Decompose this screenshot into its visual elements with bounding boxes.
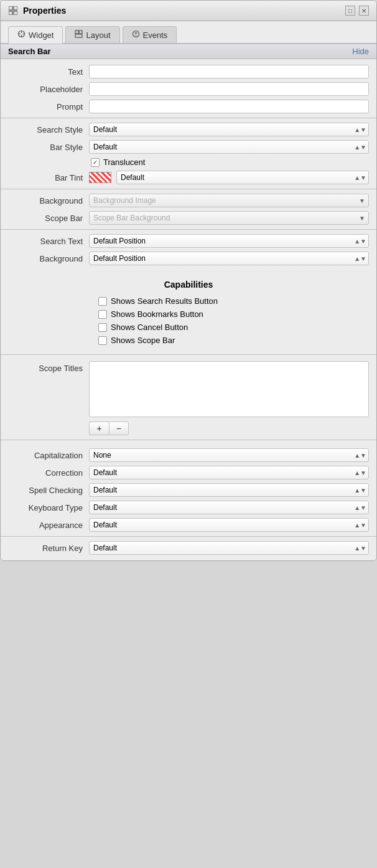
shows-cancel-checkbox[interactable]	[98, 323, 107, 332]
scope-titles-textarea[interactable]	[89, 361, 369, 417]
text-label: Text	[8, 67, 89, 77]
return-key-select[interactable]: Default	[89, 541, 369, 555]
placeholder-input[interactable]	[89, 82, 369, 96]
layout-icon	[75, 30, 83, 40]
search-text-select-wrapper: Default Position ▲▼	[89, 234, 369, 248]
bar-tint-label: Bar Tint	[8, 173, 89, 182]
keyboard-type-select[interactable]: Default	[89, 501, 369, 514]
keyboard-type-row: Keyboard Type Default ▲▼	[1, 499, 376, 516]
bar-tint-color-swatch[interactable]	[89, 172, 111, 183]
tab-widget[interactable]: Widget	[8, 26, 63, 44]
bar-style-select[interactable]: Default	[89, 140, 369, 154]
shows-scope-bar-label: Shows Scope Bar	[111, 336, 175, 345]
tab-layout-label: Layout	[86, 31, 110, 40]
search-style-label: Search Style	[8, 125, 89, 134]
tab-layout[interactable]: Layout	[65, 26, 119, 43]
capabilities-title: Capabilities	[8, 276, 369, 295]
scope-bar-dropdown-btn[interactable]: Scope Bar Background ▼	[89, 211, 369, 225]
background2-row: Background Default Position ▲▼	[1, 250, 376, 267]
background-label: Background	[8, 196, 89, 205]
background-arrow: ▼	[359, 197, 365, 204]
text-row: Text	[1, 63, 376, 80]
appearance-row: Appearance Default ▲▼	[1, 516, 376, 534]
tab-bar: Widget Layout Events	[1, 21, 376, 44]
background-dropdown: Background Image ▼	[89, 194, 369, 207]
scope-bar-dropdown: Scope Bar Background ▼	[89, 211, 369, 225]
scope-remove-button[interactable]: −	[109, 422, 129, 435]
tab-events[interactable]: Events	[123, 26, 177, 43]
spell-checking-label: Spell Checking	[8, 486, 89, 495]
prompt-input[interactable]	[89, 100, 369, 113]
close-button[interactable]: ✕	[359, 6, 369, 16]
capitalization-select-wrapper: None ▲▼	[89, 448, 369, 462]
scope-buttons: + −	[89, 422, 369, 435]
shows-scope-bar-checkbox[interactable]	[98, 336, 107, 345]
background2-control: Default Position ▲▼	[89, 252, 369, 265]
tab-widget-label: Widget	[29, 31, 54, 40]
capitalization-select[interactable]: None	[89, 448, 369, 462]
search-text-select[interactable]: Default Position	[89, 234, 369, 248]
restore-button[interactable]: □	[345, 6, 355, 16]
appearance-control: Default ▲▼	[89, 518, 369, 532]
bar-tint-control: Default ▲▼	[89, 171, 369, 184]
keyboard-type-label: Keyboard Type	[8, 503, 89, 512]
scope-titles-row: Scope Titles + −	[1, 357, 376, 437]
bar-style-row: Bar Style Default ▲▼	[1, 138, 376, 156]
properties-window: Properties □ ✕ Widget	[0, 0, 377, 561]
list-item: Shows Search Results Button	[98, 295, 369, 308]
bar-tint-select[interactable]: Default	[116, 171, 369, 184]
placeholder-control	[89, 82, 369, 96]
window-title: Properties	[23, 6, 66, 16]
capitalization-label: Capitalization	[8, 451, 89, 460]
appearance-select[interactable]: Default	[89, 518, 369, 532]
search-style-select[interactable]: Default	[89, 123, 369, 136]
return-key-row: Return Key Default ▲▼	[1, 539, 376, 557]
search-style-select-wrapper: Default ▲▼	[89, 123, 369, 136]
events-icon	[132, 30, 140, 40]
text-input[interactable]	[89, 65, 369, 78]
scope-titles-label: Scope Titles	[8, 361, 89, 373]
search-text-label: Search Text	[8, 237, 89, 246]
svg-rect-3	[14, 11, 17, 15]
scope-bar-placeholder: Scope Bar Background	[93, 214, 170, 222]
correction-select[interactable]: Default	[89, 466, 369, 479]
prompt-label: Prompt	[8, 102, 89, 111]
placeholder-row: Placeholder	[1, 80, 376, 98]
correction-control: Default ▲▼	[89, 466, 369, 479]
form-grid: Text Placeholder Prompt Search	[1, 59, 376, 271]
scope-bar-control: Scope Bar Background ▼	[89, 211, 369, 225]
spell-checking-select-wrapper: Default ▲▼	[89, 483, 369, 497]
shows-search-results-label: Shows Search Results Button	[111, 296, 218, 306]
appearance-label: Appearance	[8, 521, 89, 530]
bar-style-control: Default ▲▼	[89, 140, 369, 154]
search-text-control: Default Position ▲▼	[89, 234, 369, 248]
correction-select-wrapper: Default ▲▼	[89, 466, 369, 479]
background-row: Background Background Image ▼	[1, 192, 376, 209]
translucent-row: Translucent	[1, 156, 376, 169]
prompt-control	[89, 100, 369, 113]
bar-tint-row: Bar Tint Default ▲▼	[1, 169, 376, 186]
appearance-select-wrapper: Default ▲▼	[89, 518, 369, 532]
bar-style-label: Bar Style	[8, 143, 89, 152]
capabilities-section: Capabilities Shows Search Results Button…	[1, 271, 376, 352]
title-bar-left: Properties	[8, 6, 66, 16]
translucent-checkbox[interactable]	[91, 158, 100, 167]
content-area: Search Bar Hide Text Placeholder Prompt	[1, 44, 376, 560]
spell-checking-control: Default ▲▼	[89, 483, 369, 497]
shows-search-results-checkbox[interactable]	[98, 297, 107, 306]
scope-bar-label: Scope Bar	[8, 214, 89, 223]
svg-rect-9	[75, 31, 78, 34]
hide-button[interactable]: Hide	[352, 47, 369, 56]
return-key-select-wrapper: Default ▲▼	[89, 541, 369, 555]
spell-checking-select[interactable]: Default	[89, 483, 369, 497]
svg-rect-1	[14, 6, 17, 10]
background2-select[interactable]: Default Position	[89, 252, 369, 265]
scope-add-button[interactable]: +	[89, 422, 109, 435]
keyboard-type-control: Default ▲▼	[89, 501, 369, 514]
placeholder-label: Placeholder	[8, 85, 89, 94]
background-dropdown-btn[interactable]: Background Image ▼	[89, 194, 369, 207]
shows-bookmarks-checkbox[interactable]	[98, 310, 107, 319]
title-bar: Properties □ ✕	[1, 1, 376, 21]
return-key-control: Default ▲▼	[89, 541, 369, 555]
scope-bar-arrow: ▼	[359, 215, 365, 222]
